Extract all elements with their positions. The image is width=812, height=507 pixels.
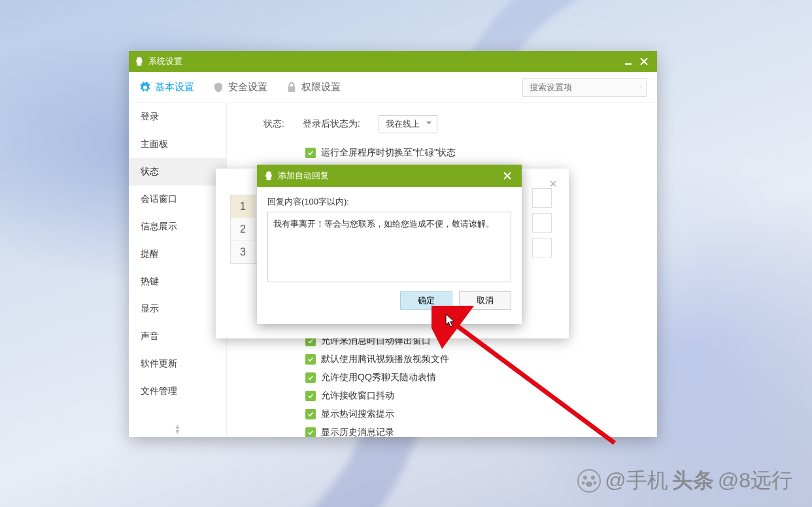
sidebar-scroll-indicator: ▲▼ (129, 424, 226, 434)
tab-security[interactable]: 安全设置 (212, 81, 267, 93)
search-box[interactable] (522, 78, 647, 97)
sidebar-item-hotkey[interactable]: 热键 (129, 268, 226, 295)
dialog-title: 添加自动回复 (278, 170, 329, 182)
svg-point-5 (591, 476, 595, 480)
svg-rect-0 (625, 63, 632, 65)
svg-point-8 (586, 482, 592, 487)
tab-basic[interactable]: 基本设置 (139, 81, 194, 93)
svg-point-1 (640, 86, 641, 88)
watermark: @手机 头条 @8远行 (577, 466, 792, 495)
tab-label: 权限设置 (301, 81, 341, 93)
svg-point-7 (594, 482, 597, 485)
sidebar-item-login[interactable]: 登录 (129, 103, 226, 131)
check-label: 显示热词搜索提示 (321, 408, 394, 420)
login-status-select[interactable]: 我在线上 (379, 115, 437, 133)
sidebar-item-chat[interactable]: 会话窗口 (129, 186, 226, 213)
tab-bar: 基本设置 安全设置 权限设置 (129, 72, 657, 103)
list-num[interactable]: 3 (231, 241, 256, 263)
sidebar-item-filemgr[interactable]: 文件管理 (129, 378, 226, 405)
checkbox-icon[interactable] (305, 148, 316, 158)
svg-point-3 (578, 470, 600, 492)
watermark-text: @8远行 (718, 466, 792, 495)
sidebar-item-reminder[interactable]: 提醒 (129, 240, 226, 268)
sidebar-item-display[interactable]: 显示 (129, 295, 226, 323)
lock-icon (286, 82, 297, 93)
sidebar: 登录 主面板 状态 会话窗口 信息展示 提醒 热键 显示 声音 软件更新 文件管… (129, 103, 227, 437)
tab-label: 基本设置 (155, 81, 194, 93)
svg-point-6 (582, 482, 585, 485)
paw-icon (577, 469, 601, 493)
search-icon (639, 82, 642, 93)
login-status-label: 登录后状态为: (303, 118, 360, 130)
dialog-content-label: 回复内容(100字以内): (267, 196, 511, 208)
check-label: 默认使用腾讯视频播放视频文件 (321, 353, 449, 365)
list-num[interactable]: 2 (231, 218, 256, 240)
cancel-button[interactable]: 取消 (459, 291, 511, 310)
dialog-title-bar: 添加自动回复 (257, 165, 522, 187)
window-title: 系统设置 (148, 56, 182, 67)
checkbox-icon[interactable] (305, 427, 316, 437)
watermark-text: @手机 (605, 466, 668, 495)
sidebar-item-update[interactable]: 软件更新 (129, 350, 226, 378)
checkbox-icon[interactable] (305, 372, 316, 383)
tab-label: 安全设置 (228, 81, 267, 93)
dialog-close-button[interactable] (499, 168, 515, 184)
sidebar-item-sound[interactable]: 声音 (129, 323, 226, 350)
status-section-label: 状态: (245, 118, 284, 130)
check-label: 显示历史消息记录 (321, 427, 394, 437)
check-label: 允许接收窗口抖动 (321, 390, 394, 402)
checkbox-icon[interactable] (305, 391, 316, 401)
sidebar-item-status[interactable]: 状态 (129, 158, 226, 186)
qq-penguin-icon (134, 56, 144, 67)
window-title-bar: 系统设置 (129, 51, 657, 72)
close-button[interactable] (636, 54, 652, 69)
sidebar-item-mainpanel[interactable]: 主面板 (129, 131, 226, 158)
checkbox-icon[interactable] (305, 409, 316, 419)
gear-icon (139, 82, 151, 93)
qq-penguin-icon (263, 171, 274, 181)
sidebar-item-info[interactable]: 信息展示 (129, 213, 226, 240)
reply-content-textarea[interactable] (267, 212, 511, 282)
cursor-icon (445, 314, 457, 328)
search-input[interactable] (530, 82, 639, 92)
shield-icon (212, 82, 224, 93)
ok-button[interactable]: 确定 (400, 291, 452, 310)
minimize-button[interactable] (620, 54, 636, 69)
check-fullscreen-label: 运行全屏程序时切换至"忙碌"状态 (321, 147, 456, 159)
checkbox-icon[interactable] (305, 354, 316, 365)
check-label: 允许使用QQ秀聊天随动表情 (321, 372, 436, 384)
watermark-text: 头条 (672, 466, 714, 495)
tab-permission[interactable]: 权限设置 (286, 81, 341, 93)
list-num[interactable]: 1 (231, 195, 256, 218)
add-auto-reply-dialog: 添加自动回复 回复内容(100字以内): 确定 取消 (257, 165, 522, 324)
svg-point-4 (583, 476, 587, 480)
